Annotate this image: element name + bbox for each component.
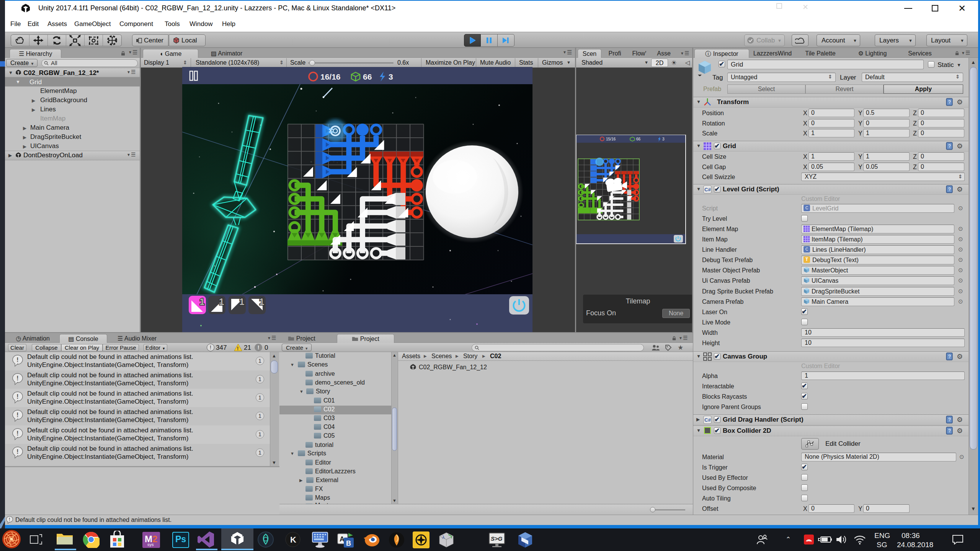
svg-text:C#: C# [704, 187, 711, 192]
svg-text:16/16: 16/16 [320, 72, 341, 81]
svg-text:C#: C# [704, 417, 711, 423]
svg-text:!: ! [16, 393, 19, 400]
svg-text:λ: λ [442, 534, 445, 540]
svg-text:15/16: 15/16 [606, 137, 616, 141]
svg-text:3: 3 [389, 72, 393, 81]
svg-text:?: ? [948, 428, 951, 434]
svg-text:!: ! [16, 430, 19, 437]
svg-text:?: ? [948, 143, 951, 149]
svg-text:!: ! [16, 411, 19, 419]
svg-text:1: 1 [239, 297, 244, 307]
svg-text:!: ! [16, 356, 19, 364]
svg-text:66: 66 [363, 72, 372, 81]
svg-text:!: ! [16, 375, 19, 382]
svg-text:?: ? [948, 187, 951, 192]
svg-text:1: 1 [219, 297, 224, 307]
svg-text:B: B [346, 540, 351, 547]
svg-text:K: K [290, 535, 296, 544]
svg-text:!: ! [16, 448, 19, 455]
svg-text:?: ? [948, 99, 951, 105]
svg-text:?: ? [948, 417, 951, 422]
svg-text:1: 1 [259, 297, 264, 307]
svg-text:?: ? [948, 354, 951, 359]
svg-text:!: ! [237, 346, 238, 351]
svg-text:3: 3 [662, 137, 665, 141]
svg-text:!: ! [9, 517, 10, 522]
svg-text:66: 66 [636, 137, 641, 141]
svg-text:S>G: S>G [491, 535, 503, 542]
svg-text:1: 1 [199, 297, 204, 307]
